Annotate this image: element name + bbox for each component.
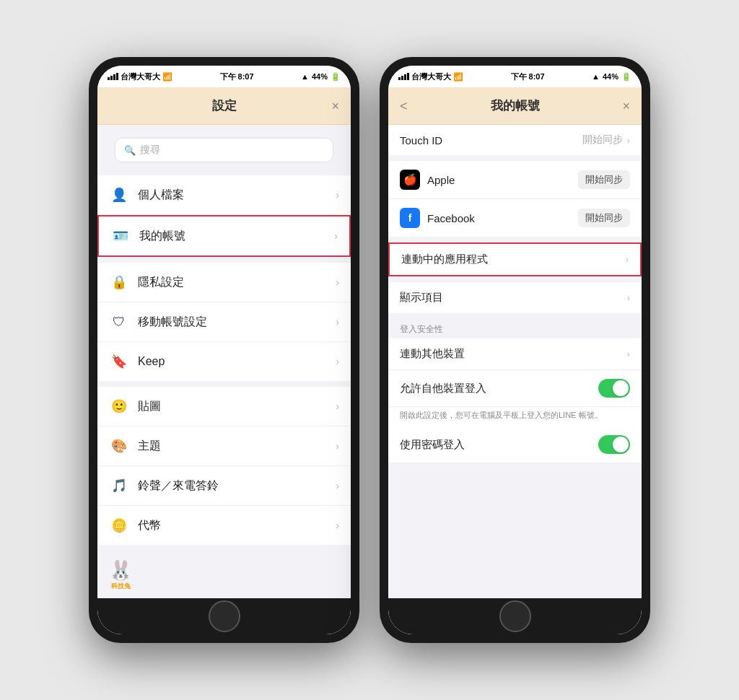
divider-r3: [388, 276, 642, 282]
menu-item-theme[interactable]: 🎨 主題 ›: [97, 426, 351, 466]
menu-label-account: 我的帳號: [139, 229, 334, 244]
chevron-account: ›: [334, 230, 338, 242]
two-phones-container: 台灣大哥大 📶 下午 8:07 ▲ 44% 🔋 設定 × 🔍 搜尋: [89, 57, 650, 643]
menu-label-coin: 代幣: [138, 518, 336, 533]
chevron-theme: ›: [336, 440, 339, 452]
password-login-toggle[interactable]: [598, 435, 630, 454]
divider-r1: [388, 155, 642, 161]
display-section: 顯示項目 ›: [388, 282, 642, 313]
signal-bar-1: [108, 77, 110, 80]
signal-bar-2: [110, 76, 113, 80]
menu-item-account[interactable]: 🪪 我的帳號 ›: [97, 215, 351, 257]
menu-item-ringtone[interactable]: 🎵 鈴聲／來電答鈴 ›: [97, 466, 351, 506]
bottom-area-1: 🐰 科技兔: [97, 545, 351, 598]
status-bar-1: 台灣大哥大 📶 下午 8:07 ▲ 44% 🔋: [97, 66, 351, 87]
close-button-2[interactable]: ×: [622, 98, 630, 113]
menu-item-keep[interactable]: 🔖 Keep ›: [97, 342, 351, 381]
signal-bar-2-2: [401, 76, 403, 80]
signal-bar-2-4: [407, 73, 409, 80]
apple-label: Apple: [427, 174, 578, 186]
menu-label-theme: 主題: [138, 439, 336, 454]
list-item-link-device[interactable]: 連動其他裝置 ›: [388, 338, 642, 370]
chevron-ringtone: ›: [336, 480, 339, 491]
touchid-value: 開始同步: [582, 134, 623, 146]
close-button-1[interactable]: ×: [331, 98, 339, 113]
signal-bar-3: [113, 74, 115, 80]
chevron-profile: ›: [336, 189, 339, 201]
touchid-section: Touch ID 開始同步 ›: [388, 125, 642, 155]
carrier-1: 台灣大哥大: [121, 71, 160, 82]
facebook-sync-btn[interactable]: 開始同步: [578, 209, 630, 227]
logo-area: 🐰 科技兔: [109, 559, 132, 591]
chevron-keep: ›: [336, 356, 339, 367]
home-button-1[interactable]: [209, 600, 240, 632]
logo-text: 科技兔: [111, 582, 131, 591]
wifi-icon-1: 📶: [162, 72, 172, 82]
menu-section-3: 🙂 貼圖 › 🎨 主題 › 🎵 鈴聲／來電答鈴 › 🪙 代幣 ›: [97, 387, 351, 545]
menu-item-coin[interactable]: 🪙 代幣 ›: [97, 506, 351, 545]
menu-label-keep: Keep: [138, 355, 336, 368]
chevron-coin: ›: [336, 520, 339, 531]
page-title-2: 我的帳號: [491, 97, 540, 114]
music-icon: 🎵: [109, 476, 129, 496]
search-bar[interactable]: 🔍 搜尋: [115, 138, 333, 162]
status-left-2: 台灣大哥大 📶: [398, 71, 463, 82]
apple-sync-btn[interactable]: 開始同步: [578, 170, 630, 189]
back-button-2[interactable]: <: [400, 98, 408, 113]
app-header-1: 設定 ×: [97, 87, 351, 125]
list-item-facebook[interactable]: f Facebook 開始同步: [388, 199, 642, 237]
account-content: Touch ID 開始同步 › 🍎 Apple 開始同步 f Fa: [388, 125, 642, 598]
wifi-icon-2: 📶: [453, 72, 463, 82]
menu-label-ringtone: 鈴聲／來電答鈴: [138, 478, 336, 494]
touchid-label: Touch ID: [400, 134, 582, 146]
list-item-touchid[interactable]: Touch ID 開始同步 ›: [388, 125, 642, 155]
status-right-2: ▲ 44% 🔋: [592, 72, 631, 82]
menu-item-profile[interactable]: 👤 個人檔案 ›: [97, 175, 351, 215]
battery-icon-2: 🔋: [621, 72, 631, 82]
list-item-linked[interactable]: 連動中的應用程式 ›: [390, 244, 640, 275]
chevron-sticker: ›: [336, 401, 339, 412]
display-chevron: ›: [627, 292, 630, 303]
time-2: 下午 8:07: [511, 71, 545, 82]
divider-2: [97, 381, 351, 387]
menu-item-sticker[interactable]: 🙂 貼圖 ›: [97, 387, 351, 426]
signal-bar-2-1: [398, 77, 401, 80]
allow-login-note: 開啟此設定後，您可在電腦及平板上登入您的LINE 帳號。: [388, 407, 642, 426]
search-area: 🔍 搜尋: [97, 125, 351, 175]
security-section: 連動其他裝置 › 允許自他裝置登入 開啟此設定後，您可在電腦及平板上登入您的LI…: [388, 338, 642, 463]
search-placeholder: 搜尋: [140, 144, 160, 157]
phone-1-bottom: [97, 598, 351, 634]
menu-section-1: 👤 個人檔案 › 🪪 我的帳號 ›: [97, 175, 351, 257]
coin-icon: 🪙: [109, 515, 129, 535]
phone-1-inner: 台灣大哥大 📶 下午 8:07 ▲ 44% 🔋 設定 × 🔍 搜尋: [97, 66, 351, 634]
menu-label-privacy: 隱私設定: [138, 275, 336, 290]
menu-item-mobile[interactable]: 🛡 移動帳號設定 ›: [97, 302, 351, 342]
theme-icon: 🎨: [109, 436, 129, 456]
list-item-allow-login[interactable]: 允許自他裝置登入: [388, 370, 642, 407]
battery-1: 44%: [312, 72, 328, 81]
logo-rabbit-icon: 🐰: [109, 559, 132, 582]
home-button-2[interactable]: [499, 600, 531, 632]
linked-apps-chevron: ›: [626, 254, 629, 265]
status-bar-2: 台灣大哥大 📶 下午 8:07 ▲ 44% 🔋: [388, 66, 642, 87]
sticker-icon: 🙂: [109, 396, 129, 416]
facebook-icon: f: [400, 208, 420, 228]
phone-2: 台灣大哥大 📶 下午 8:07 ▲ 44% 🔋 < 我的帳號 ×: [380, 57, 650, 643]
card-icon: 🪪: [110, 226, 131, 246]
lock-icon: 🔒: [109, 272, 129, 292]
link-device-chevron: ›: [627, 349, 630, 359]
menu-item-privacy[interactable]: 🔒 隱私設定 ›: [97, 263, 351, 302]
signal-bars-2: [398, 73, 409, 80]
allow-login-toggle[interactable]: [598, 379, 630, 398]
social-section: 🍎 Apple 開始同步 f Facebook 開始同步: [388, 161, 642, 237]
facebook-label: Facebook: [427, 212, 578, 224]
time-1: 下午 8:07: [220, 71, 254, 82]
signal-bar-2-3: [404, 74, 406, 80]
linked-apps-section: 連動中的應用程式 ›: [388, 242, 642, 276]
location-icon-1: ▲: [301, 72, 309, 81]
chevron-mobile: ›: [336, 316, 339, 328]
list-item-display[interactable]: 顯示項目 ›: [388, 282, 642, 313]
carrier-2: 台灣大哥大: [411, 71, 451, 82]
list-item-apple[interactable]: 🍎 Apple 開始同步: [388, 161, 642, 199]
list-item-password-login[interactable]: 使用密碼登入: [388, 426, 642, 463]
